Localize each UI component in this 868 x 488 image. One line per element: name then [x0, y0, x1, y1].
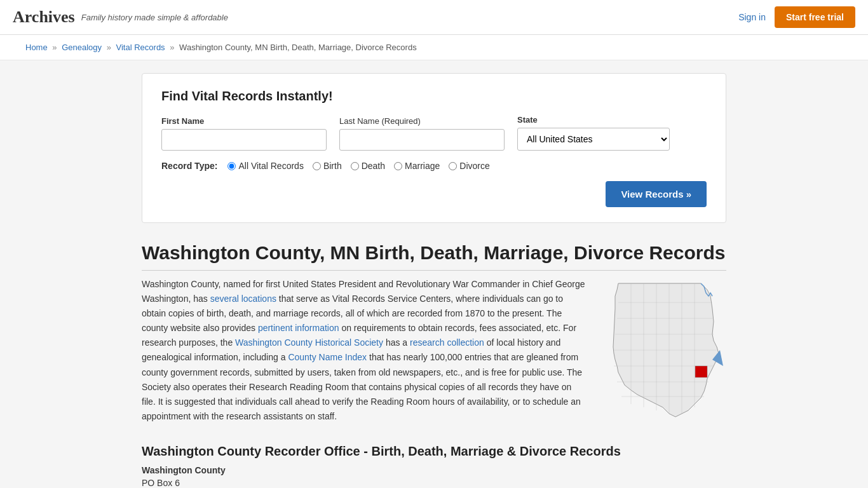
last-name-label: Last Name (Required)	[339, 116, 505, 126]
search-box: Find Vital Records Instantly! First Name…	[142, 73, 726, 223]
header-left: Archives Family history made simple & af…	[13, 8, 228, 27]
county-name: Washington County	[142, 465, 726, 475]
site-logo: Archives	[13, 8, 75, 27]
breadcrumb-sep-1: »	[52, 43, 57, 52]
form-actions: View Records »	[161, 181, 707, 207]
content-area: Washington County, named for first Unite…	[142, 277, 726, 425]
breadcrumb-current: Washington County, MN Birth, Death, Marr…	[179, 43, 417, 52]
svg-rect-13	[695, 366, 707, 377]
record-type-marriage[interactable]: Marriage	[394, 161, 440, 171]
site-header: Archives Family history made simple & af…	[0, 0, 868, 35]
link-county-name-index[interactable]: County Name Index	[288, 352, 367, 362]
breadcrumb-sep-3: »	[170, 43, 174, 52]
last-name-input[interactable]	[339, 129, 505, 151]
breadcrumb: Home » Genealogy » Vital Records » Washi…	[0, 35, 868, 60]
page-title: Washington County, MN Birth, Death, Marr…	[142, 242, 726, 271]
recorder-section: Washington County Recorder Office - Birt…	[142, 444, 726, 488]
link-several-locations[interactable]: several locations	[210, 294, 276, 304]
link-research-collection[interactable]: research collection	[410, 337, 484, 348]
signin-link[interactable]: Sign in	[738, 12, 766, 22]
header-right: Sign in Start free trial	[738, 6, 855, 28]
county-address: PO Box 6	[142, 478, 726, 488]
first-name-label: First Name	[161, 116, 327, 126]
record-type-birth[interactable]: Birth	[313, 161, 342, 171]
breadcrumb-genealogy[interactable]: Genealogy	[62, 43, 102, 52]
map-container	[606, 277, 726, 425]
minnesota-map	[606, 277, 726, 423]
record-type-all[interactable]: All Vital Records	[227, 161, 303, 171]
link-pertinent-info[interactable]: pertinent information	[258, 323, 339, 333]
record-type-divorce[interactable]: Divorce	[449, 161, 489, 171]
record-type-label: Record Type:	[161, 161, 217, 171]
record-type-options: All Vital Records Birth Death Marriage D…	[227, 161, 489, 171]
form-fields-row: First Name Last Name (Required) State Al…	[161, 115, 707, 151]
recorder-heading: Washington County Recorder Office - Birt…	[142, 444, 726, 459]
breadcrumb-home[interactable]: Home	[25, 43, 48, 52]
state-label: State	[517, 115, 670, 125]
state-select[interactable]: All United States Alabama Alaska Arizona…	[517, 128, 670, 151]
first-name-input[interactable]	[161, 129, 327, 151]
record-type-row: Record Type: All Vital Records Birth Dea…	[161, 161, 707, 171]
search-title: Find Vital Records Instantly!	[161, 89, 707, 104]
required-marker: (Required)	[382, 116, 421, 126]
link-historical-society[interactable]: Washington County Historical Society	[235, 337, 383, 348]
breadcrumb-vital-records[interactable]: Vital Records	[116, 43, 165, 52]
content-paragraph: Washington County, named for first Unite…	[142, 277, 587, 424]
last-name-group: Last Name (Required)	[339, 116, 505, 151]
state-group: State All United States Alabama Alaska A…	[517, 115, 670, 151]
main-content: Find Vital Records Instantly! First Name…	[129, 60, 739, 488]
content-text: Washington County, named for first Unite…	[142, 277, 587, 425]
first-name-group: First Name	[161, 116, 327, 151]
site-tagline: Family history made simple & affordable	[81, 13, 228, 22]
record-type-death[interactable]: Death	[351, 161, 385, 171]
breadcrumb-sep-2: »	[107, 43, 111, 52]
start-trial-button[interactable]: Start free trial	[775, 6, 855, 28]
view-records-button[interactable]: View Records »	[606, 181, 707, 207]
